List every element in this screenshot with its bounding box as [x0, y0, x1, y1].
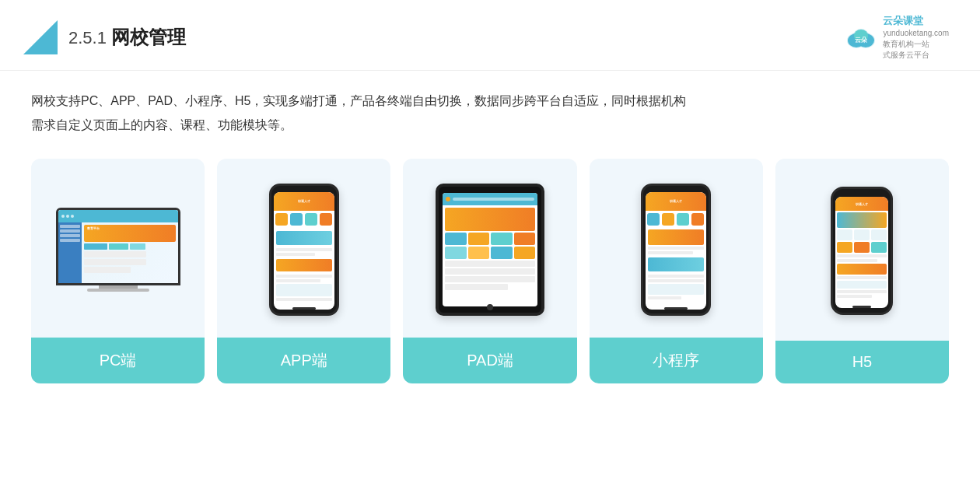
card-h5-image: 职通人才	[775, 159, 949, 341]
brand-name: 云朵课堂	[883, 14, 949, 28]
card-pc-image: 教育平台	[31, 159, 205, 338]
tablet-mockup	[436, 184, 544, 316]
brand-slogan: 教育机构一站 式服务云平台	[883, 39, 949, 61]
app-phone-mockup: 职通人才	[269, 184, 339, 316]
pc-screen-header	[58, 210, 178, 222]
card-app-label: APP端	[217, 338, 390, 383]
miniprogram-phone-mockup: 职通人才	[641, 184, 711, 316]
card-pad-label: PAD端	[403, 338, 576, 383]
tablet-screen	[443, 193, 537, 306]
app-phone-frame: 职通人才	[269, 184, 339, 316]
card-pad-image	[403, 159, 576, 338]
pc-screen: 教育平台	[58, 210, 178, 283]
description-text: 网校支持PC、APP、PAD、小程序、H5，实现多端打通，产品各终端自由切换，数…	[31, 89, 949, 137]
pc-monitor: 教育平台	[56, 208, 180, 285]
description-line2: 需求自定义页面上的内容、课程、功能模块等。	[31, 114, 949, 137]
brand-logo: 云朵 云朵课堂 yunduoketang.com 教育机构一站 式服务云平台	[844, 14, 949, 61]
header-right: 云朵 云朵课堂 yunduoketang.com 教育机构一站 式服务云平台	[844, 14, 949, 61]
miniprogram-phone-screen: 职通人才	[646, 192, 706, 310]
page-title: 2.5.1 网校管理	[68, 25, 186, 50]
card-miniprogram: 职通人才	[590, 159, 763, 383]
pc-stand	[99, 285, 138, 292]
tablet-frame	[436, 184, 544, 316]
card-h5: 职通人才	[775, 159, 949, 383]
h5-phone-frame: 职通人才	[831, 187, 893, 315]
card-pc: 教育平台	[31, 159, 205, 383]
miniprogram-phone-frame: 职通人才	[641, 184, 711, 316]
app-phone-screen: 职通人才	[274, 192, 334, 310]
header-left: 2.5.1 网校管理	[23, 20, 186, 54]
cards-container: 教育平台	[31, 159, 949, 383]
page-title-prefix: 2.5.1	[68, 28, 111, 47]
svg-text:云朵: 云朵	[855, 37, 868, 44]
page-header: 2.5.1 网校管理 云朵 云朵课堂 yunduoketang.com 教育机构…	[0, 0, 980, 71]
card-pc-label: PC端	[31, 338, 205, 383]
card-app-image: 职通人才	[217, 159, 390, 338]
card-app: 职通人才	[217, 159, 390, 383]
h5-phone-mockup: 职通人才	[831, 187, 893, 315]
card-pad: PAD端	[403, 159, 576, 383]
brand-text: 云朵课堂 yunduoketang.com 教育机构一站 式服务云平台	[883, 14, 949, 61]
card-miniprogram-label: 小程序	[590, 338, 763, 383]
card-h5-label: H5	[775, 341, 949, 383]
pc-mockup: 教育平台	[56, 208, 180, 292]
main-content: 网校支持PC、APP、PAD、小程序、H5，实现多端打通，产品各终端自由切换，数…	[0, 71, 980, 399]
card-miniprogram-image: 职通人才	[590, 159, 763, 338]
description-line1: 网校支持PC、APP、PAD、小程序、H5，实现多端打通，产品各终端自由切换，数…	[31, 89, 949, 113]
brand-url: yunduoketang.com	[883, 28, 949, 39]
cloud-logo-icon: 云朵	[844, 25, 878, 50]
h5-phone-screen: 职通人才	[835, 197, 888, 308]
logo-triangle-icon	[23, 20, 58, 54]
